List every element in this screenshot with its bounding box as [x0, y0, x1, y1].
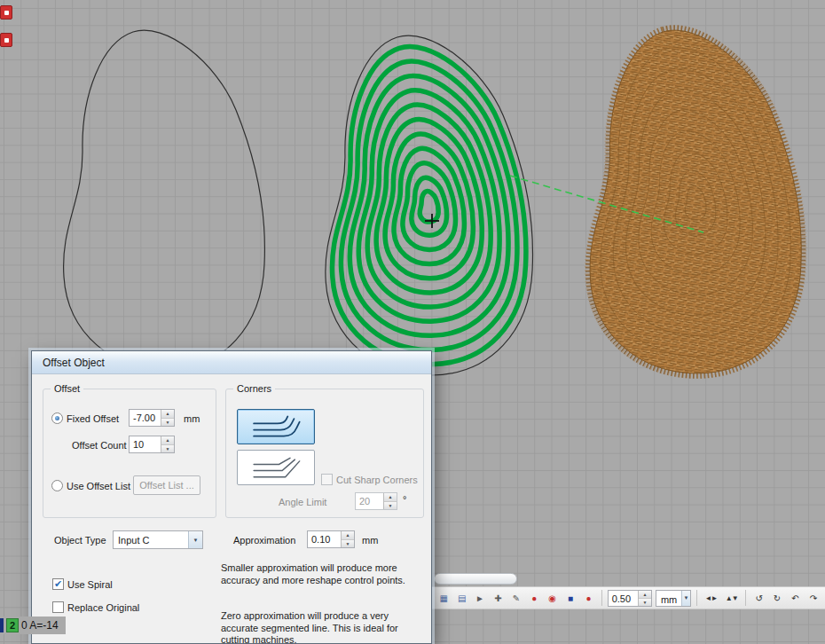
offset-count-label: Offset Count [72, 440, 127, 451]
angle-limit-input[interactable]: 20 ▲ ▼ [355, 492, 397, 510]
rotate-ccw-45-icon[interactable]: ↶ [788, 591, 802, 606]
status-text: 0 A=-14 [21, 619, 59, 632]
horizontal-scrollbar[interactable] [434, 573, 517, 585]
replace-original-checkbox[interactable] [52, 601, 64, 613]
spin-up-icon[interactable]: ▲ [639, 591, 651, 599]
spin-up-icon[interactable]: ▲ [384, 493, 397, 502]
offset-object-dialog: Offset Object Offset Fixed Offset -7.00 … [31, 350, 432, 644]
outline-width-input[interactable]: 0.50 ▲ ▼ [608, 590, 652, 607]
spin-down-icon[interactable]: ▼ [384, 502, 397, 510]
fixed-offset-input[interactable]: -7.00 ▲ ▼ [129, 409, 175, 427]
fixed-offset-label: Fixed Offset [67, 413, 119, 424]
cut-sharp-corners-label: Cut Sharp Corners [336, 475, 418, 485]
use-spiral-checkbox[interactable]: ✔ [52, 578, 64, 590]
cut-sharp-corners-checkbox[interactable] [321, 474, 333, 485]
approximation-input[interactable]: 0.10 ▲ ▼ [307, 530, 355, 548]
fixed-offset-radio[interactable] [51, 412, 63, 424]
docked-tool-icon-2[interactable] [0, 33, 12, 47]
object-type-select[interactable]: Input C ▼ [113, 530, 203, 549]
angle-limit-label: Angle Limit [279, 497, 326, 507]
dialog-titlebar[interactable]: Offset Object [32, 351, 431, 374]
color-1-chip[interactable] [0, 618, 4, 632]
sharp-corners-icon [244, 453, 308, 482]
dialog-title: Offset Object [43, 357, 105, 369]
angle-limit-unit: ° [403, 494, 406, 505]
rotate-right-icon[interactable]: ↻ [770, 591, 784, 606]
spin-down-icon[interactable]: ▼ [161, 419, 174, 427]
entry-point-icon[interactable]: ◉ [545, 591, 559, 606]
mirror-horizontal-icon[interactable]: ◄► [703, 591, 719, 606]
snap-grid-icon[interactable]: ▤ [454, 591, 468, 606]
spin-up-icon[interactable]: ▲ [161, 410, 174, 419]
replace-original-label: Replace Original [67, 602, 139, 613]
use-offset-list-label: Use Offset List [67, 481, 130, 491]
approximation-note-zero: Zero approximation will produce a very a… [221, 610, 423, 643]
dialog-body: Offset Fixed Offset -7.00 ▲ ▼ mm Offset … [32, 374, 431, 643]
offset-count-input[interactable]: 10 ▲ ▼ [129, 436, 175, 453]
sharp-corners-button[interactable] [237, 450, 315, 485]
offset-group-label: Offset [51, 383, 83, 394]
spin-down-icon[interactable]: ▼ [161, 445, 174, 453]
corners-group-label: Corners [233, 383, 275, 394]
toolbar-separator [601, 590, 602, 606]
approximation-unit: mm [362, 535, 378, 546]
color-2-chip[interactable]: 2 [6, 618, 19, 632]
offset-preview-object[interactable] [326, 35, 533, 375]
chevron-down-icon: ▼ [681, 591, 690, 606]
add-node-icon[interactable]: ✚ [491, 591, 505, 606]
corners-group: Corners [225, 389, 424, 518]
spin-up-icon[interactable]: ▲ [342, 531, 354, 540]
spin-down-icon[interactable]: ▼ [639, 599, 651, 606]
object-type-label: Object Type [54, 535, 106, 546]
toolbar-separator [745, 590, 746, 606]
offset-group: Offset Fixed Offset -7.00 ▲ ▼ mm Offset … [43, 389, 216, 518]
fixed-offset-unit: mm [184, 413, 200, 424]
unit-select[interactable]: mm ▼ [656, 590, 691, 607]
offset-list-button[interactable]: Offset List ... [133, 475, 200, 495]
approximation-note-smaller: Smaller approximation will produce more … [221, 562, 423, 586]
reshape-icon[interactable]: ✎ [509, 591, 523, 606]
docked-tool-icon-1[interactable] [0, 5, 12, 20]
chevron-down-icon: ▼ [188, 531, 202, 548]
stop-point-icon[interactable]: ● [581, 591, 595, 606]
outline-object[interactable] [64, 30, 265, 370]
toolbar-separator [696, 590, 697, 606]
start-end-icon[interactable]: ■ [563, 591, 578, 606]
grid-icon[interactable]: ▦ [436, 591, 451, 606]
rotate-left-icon[interactable]: ↺ [751, 591, 766, 606]
approximation-label: Approximation [233, 535, 295, 546]
rotate-cw-45-icon[interactable]: ↷ [806, 591, 821, 606]
color-film-status: 2 0 A=-14 [0, 617, 66, 634]
round-corners-icon [244, 412, 308, 441]
bottom-toolbar: ▦ ▤ ► ✚ ✎ ● ◉ ■ ● 0.50 ▲ ▼ mm ▼ ◄► ▲▼ ↺ … [431, 586, 825, 609]
round-corners-button[interactable] [237, 409, 315, 444]
use-offset-list-radio[interactable] [51, 480, 63, 491]
use-spiral-label: Use Spiral [67, 579, 113, 590]
pointer-icon[interactable]: ► [473, 591, 487, 606]
stitch-point-icon[interactable]: ● [527, 591, 541, 606]
spin-up-icon[interactable]: ▲ [161, 436, 174, 445]
spin-down-icon[interactable]: ▼ [342, 540, 354, 548]
mirror-vertical-icon[interactable]: ▲▼ [723, 591, 740, 606]
stitched-object[interactable] [589, 28, 803, 375]
offset-contours[interactable] [332, 47, 525, 365]
